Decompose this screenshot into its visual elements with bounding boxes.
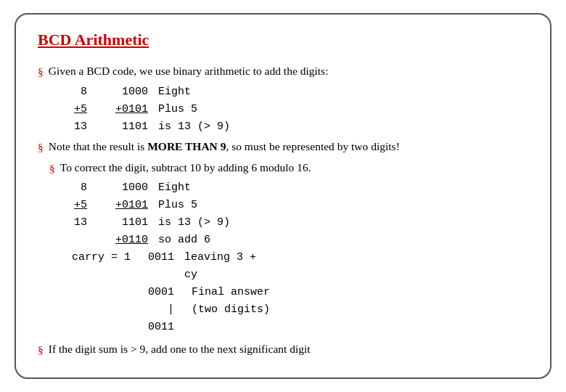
bullet-icon-2: § (38, 139, 44, 156)
bullet-3: § If the digit sum is > 9, add one to th… (38, 340, 528, 359)
emphasis-text: MORE THAN 9 (147, 140, 226, 152)
t2-r4-num (60, 232, 93, 249)
sub-section: § To correct the digit, subtract 10 by a… (49, 159, 528, 336)
t1-r1-num: 8 (60, 83, 93, 101)
table-row: 13 1101 is 13 (> 9) (60, 214, 528, 232)
sub-bullet-icon: § (49, 160, 55, 177)
t2-r1-word: Eight (158, 179, 245, 197)
t1-r1-word: Eight (158, 83, 245, 101)
page-title: BCD Arithmetic (38, 30, 528, 49)
sub-bullet-1: § To correct the digit, subtract 10 by a… (49, 159, 528, 177)
t1-r2-num: +5 (60, 101, 93, 118)
bullet-icon-3: § (38, 341, 44, 359)
table-2: 8 1000 Eight +5 +0101 Plus 5 13 1101 is … (60, 179, 528, 336)
t2-r5-bin: 0011 (141, 249, 184, 284)
bullet-1-text: Given a BCD code, we use binary arithmet… (49, 62, 528, 80)
table-row: +5 +0101 Plus 5 (60, 197, 528, 214)
table-row: +5 +0101 Plus 5 (60, 101, 528, 118)
bullet-1: § Given a BCD code, we use binary arithm… (38, 62, 528, 81)
t1-r3-num: 13 (60, 118, 93, 136)
t2-r6-label (60, 284, 141, 336)
bullet-icon-1: § (38, 63, 44, 81)
table-row: 0001 | 0011 Final answer (two digits) (60, 284, 528, 336)
t2-r2-word: Plus 5 (158, 197, 245, 214)
bullet-2: § Note that the result is MORE THAN 9, s… (38, 138, 528, 156)
sub-bullet-text: To correct the digit, subtract 10 by add… (60, 159, 528, 176)
t2-r2-bin: +0101 (93, 197, 158, 214)
t2-r1-bin: 1000 (93, 179, 158, 197)
t1-r3-bin: 1101 (93, 118, 158, 136)
t2-r3-word: is 13 (> 9) (158, 214, 245, 232)
table-row: 13 1101 is 13 (> 9) (60, 118, 528, 136)
table-row: +0110 so add 6 (60, 232, 528, 249)
table-row: 8 1000 Eight (60, 83, 528, 101)
t2-r5-label: carry = 1 (60, 249, 141, 284)
t2-r6-word: Final answer (two digits) (184, 284, 271, 336)
table-row: 8 1000 Eight (60, 179, 528, 197)
t2-r2-num: +5 (60, 197, 93, 214)
t1-r1-bin: 1000 (93, 83, 158, 101)
t2-r3-bin: 1101 (93, 214, 158, 232)
content-area: § Given a BCD code, we use binary arithm… (38, 62, 528, 359)
t2-r4-bin: +0110 (93, 232, 158, 249)
t2-r1-num: 8 (60, 179, 93, 197)
t2-r6-bin: 0001 | 0011 (141, 284, 184, 336)
t1-r3-word: is 13 (> 9) (158, 118, 245, 136)
bullet-2-text: Note that the result is MORE THAN 9, so … (49, 138, 528, 155)
main-card: BCD Arithmetic § Given a BCD code, we us… (15, 13, 551, 379)
t2-r5-word: leaving 3 + cy (184, 249, 271, 284)
table-row: carry = 1 0011 leaving 3 + cy (60, 249, 528, 284)
t1-r2-word: Plus 5 (158, 101, 245, 118)
table-1: 8 1000 Eight +5 +0101 Plus 5 13 1101 is … (60, 83, 528, 136)
t2-r3-num: 13 (60, 214, 93, 232)
t1-r2-bin: +0101 (93, 101, 158, 118)
t2-r4-word: so add 6 (158, 232, 245, 249)
bullet-3-text: If the digit sum is > 9, add one to the … (49, 340, 528, 358)
